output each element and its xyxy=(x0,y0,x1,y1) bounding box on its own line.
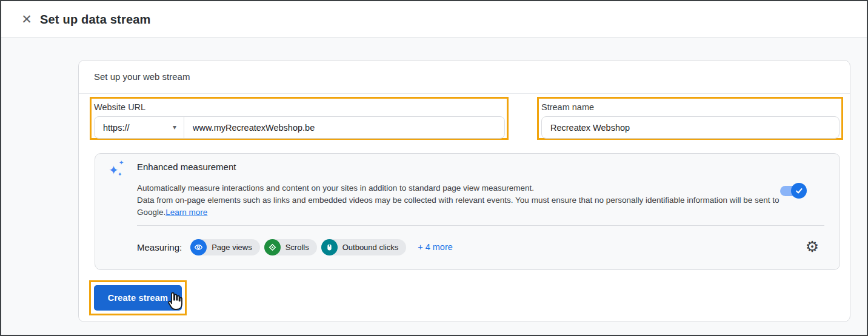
mouse-icon xyxy=(321,239,338,255)
enhanced-measurement-description: Automatically measure interactions and c… xyxy=(137,182,780,219)
toggle-knob-check-icon xyxy=(791,183,807,199)
description-line-2: Data from on-page elements such as links… xyxy=(137,194,780,206)
enhanced-measurement-title: Enhanced measurement xyxy=(137,162,236,172)
protocol-value: https:// xyxy=(103,123,130,133)
eye-icon xyxy=(190,239,207,255)
chevron-down-icon: ▾ xyxy=(173,122,176,131)
description-line-1: Automatically measure interactions and c… xyxy=(137,182,780,194)
page-title: Set up data stream xyxy=(40,1,151,38)
website-url-input-group: https:// ▾ xyxy=(94,116,505,139)
stream-name-input[interactable] xyxy=(541,116,840,139)
sparkle-icon: ✦ ✦ ✦ xyxy=(109,159,128,180)
chip-scrolls[interactable]: Scrolls xyxy=(264,239,317,255)
create-stream-button[interactable]: Create stream xyxy=(94,285,182,311)
chip-label: Scrolls xyxy=(285,243,309,252)
scrolls-icon xyxy=(264,239,281,255)
close-icon[interactable]: ✕ xyxy=(19,12,34,27)
description-line-3-prefix: Google. xyxy=(137,208,165,217)
chip-page-views[interactable]: Page views xyxy=(190,239,259,255)
card-title: Set up your web stream xyxy=(94,61,190,93)
chip-label: Outbound clicks xyxy=(342,243,399,252)
chip-outbound-clicks[interactable]: Outbound clicks xyxy=(321,239,407,255)
measuring-row: Measuring: Page views Scrolls xyxy=(137,234,824,260)
dialog-header: ✕ Set up data stream xyxy=(1,1,867,38)
protocol-select[interactable]: https:// ▾ xyxy=(95,117,184,138)
measuring-divider xyxy=(137,225,824,226)
stream-name-label: Stream name xyxy=(541,102,594,112)
web-stream-card: Set up your web stream Website URL https… xyxy=(78,60,850,322)
enhanced-measurement-toggle[interactable] xyxy=(780,186,804,196)
measuring-label: Measuring: xyxy=(137,242,182,252)
gear-icon[interactable]: ⚙ xyxy=(803,237,821,255)
learn-more-link[interactable]: Learn more xyxy=(165,208,207,217)
more-events-link[interactable]: + 4 more xyxy=(418,242,453,252)
card-title-divider xyxy=(79,93,850,94)
dialog-frame: ✕ Set up data stream Set up your web str… xyxy=(0,0,868,336)
description-line-3: Google.Learn more xyxy=(137,206,780,219)
website-url-label: Website URL xyxy=(94,102,145,112)
chip-label: Page views xyxy=(212,243,252,252)
website-url-input[interactable] xyxy=(184,117,504,138)
enhanced-measurement-panel: ✦ ✦ ✦ Enhanced measurement Automatically… xyxy=(95,153,840,270)
